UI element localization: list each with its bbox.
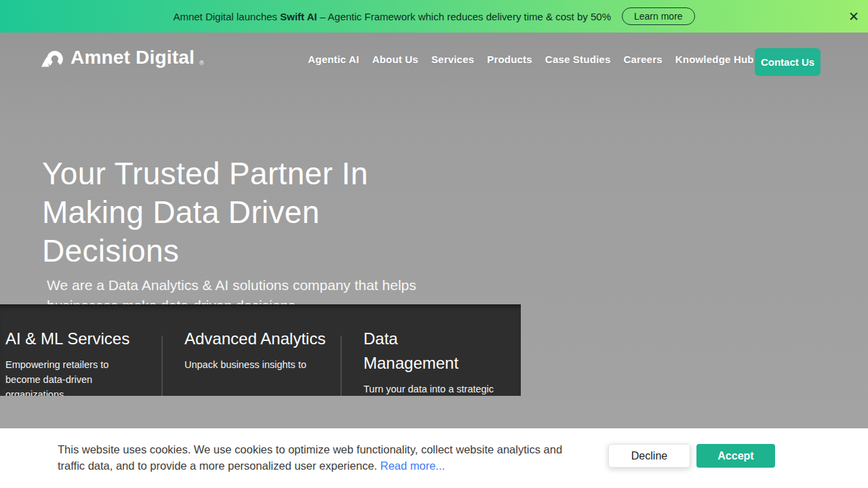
nav-item-careers[interactable]: Careers — [623, 54, 662, 65]
announcement-text-prefix: Amnet Digital launches — [173, 11, 280, 22]
announcement-banner: Amnet Digital launches Swift AI – Agenti… — [0, 0, 868, 33]
cookie-message: This website uses cookies. We use cookie… — [58, 441, 573, 474]
nav-item-products[interactable]: Products — [487, 54, 532, 65]
cookie-message-text: This website uses cookies. We use cookie… — [58, 443, 562, 472]
decline-button[interactable]: Decline — [608, 444, 690, 468]
nav-item-about-us[interactable]: About Us — [372, 54, 418, 65]
mega-menu-title: Advanced Analytics — [184, 327, 327, 351]
announcement-text-highlight: Swift AI — [280, 11, 317, 22]
mega-menu-title: Data Management — [363, 327, 486, 375]
main-nav: Agentic AI About Us Services Products Ca… — [308, 54, 754, 65]
column-divider — [161, 336, 163, 396]
cookie-consent-bar: This website uses cookies. We use cookie… — [0, 428, 868, 488]
logo-mark-icon — [40, 49, 66, 72]
mega-menu-item-data-management[interactable]: Data Management Turn your data into a st… — [340, 304, 521, 396]
brand-name: Amnet Digital — [71, 46, 195, 69]
mega-menu-title: AI & ML Services — [5, 327, 134, 351]
contact-us-button[interactable]: Contact Us — [755, 48, 821, 76]
read-more-link[interactable]: Read more... — [380, 460, 445, 472]
column-divider — [340, 336, 342, 396]
nav-item-knowledge-hub[interactable]: Knowledge Hub — [675, 54, 754, 65]
brand-logo[interactable]: Amnet Digital ® — [40, 46, 204, 72]
learn-more-button[interactable]: Learn more — [622, 7, 695, 25]
registered-mark: ® — [199, 60, 204, 66]
mega-menu-item-ai-ml-services[interactable]: AI & ML Services Empowering retailers to… — [0, 304, 161, 396]
hero-title: Your Trusted Partner In Making Data Driv… — [42, 155, 462, 270]
mega-menu-item-advanced-analytics[interactable]: Advanced Analytics Unpack business insig… — [161, 304, 340, 396]
mega-menu-description: Empowering retailers to become data-driv… — [5, 357, 134, 396]
nav-item-services[interactable]: Services — [431, 54, 474, 65]
close-icon[interactable]: ✕ — [848, 10, 859, 23]
nav-item-agentic-ai[interactable]: Agentic AI — [308, 54, 359, 65]
mega-menu-description: Turn your data into a strategic — [363, 382, 514, 396]
nav-item-case-studies[interactable]: Case Studies — [545, 54, 611, 65]
services-mega-menu: AI & ML Services Empowering retailers to… — [0, 304, 521, 396]
mega-menu-description: Unpack business insights to — [184, 357, 327, 372]
announcement-text-suffix: – Agentic Framework which reduces delive… — [317, 11, 611, 22]
announcement-text: Amnet Digital launches Swift AI – Agenti… — [173, 11, 611, 22]
accept-button[interactable]: Accept — [696, 444, 775, 468]
